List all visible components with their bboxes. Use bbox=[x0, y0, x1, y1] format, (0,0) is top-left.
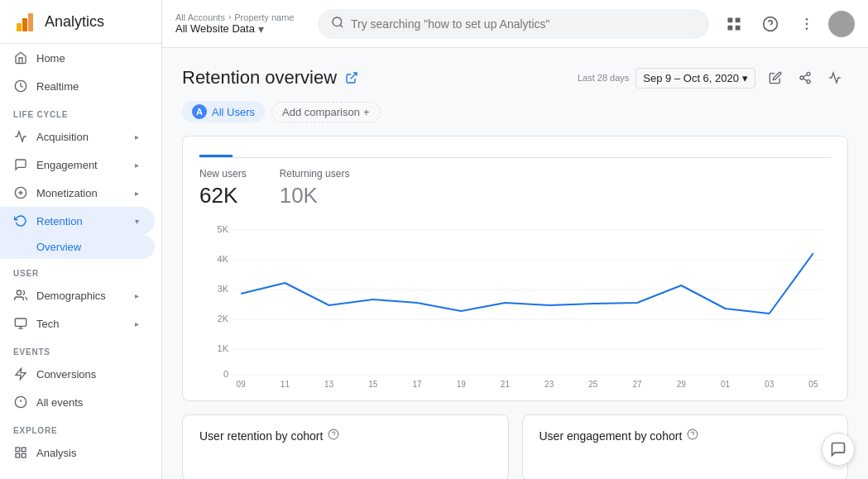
chart-tab-active[interactable] bbox=[199, 150, 233, 157]
new-users-label: New users bbox=[199, 168, 247, 180]
analysis-label: Analysis bbox=[36, 447, 141, 459]
tech-expand-icon: ▸ bbox=[132, 319, 141, 328]
sidebar-item-analysis[interactable]: Analysis bbox=[0, 438, 155, 467]
edit-report-button[interactable] bbox=[762, 65, 789, 91]
add-comparison-button[interactable]: Add comparison + bbox=[271, 102, 381, 122]
returning-users-metric[interactable]: Returning users 10K bbox=[280, 168, 350, 208]
sidebar-item-home[interactable]: Home bbox=[0, 44, 155, 72]
returning-users-value: 10K bbox=[280, 183, 350, 208]
svg-rect-17 bbox=[22, 453, 26, 457]
engagement-help-icon[interactable] bbox=[687, 429, 698, 443]
chart-svg: 5K 4K 3K 2K 1K 0 09 Sep 11 13 bbox=[199, 222, 831, 387]
svg-text:25: 25 bbox=[588, 380, 598, 387]
svg-text:19: 19 bbox=[457, 380, 467, 387]
sidebar-item-all-events[interactable]: All events bbox=[0, 388, 155, 416]
sidebar-title: Analytics bbox=[45, 13, 104, 31]
sidebar-subitem-overview[interactable]: Overview bbox=[0, 235, 155, 259]
realtime-icon bbox=[13, 79, 28, 93]
sidebar-item-demographics[interactable]: Demographics ▸ bbox=[0, 281, 155, 309]
svg-point-33 bbox=[800, 76, 803, 79]
svg-line-36 bbox=[803, 74, 808, 77]
svg-text:0: 0 bbox=[223, 369, 228, 379]
breadcrumb-property-name[interactable]: Property name bbox=[234, 12, 294, 22]
breadcrumb-arrow-icon: › bbox=[228, 12, 231, 22]
line-chart: 5K 4K 3K 2K 1K 0 09 Sep 11 13 bbox=[199, 222, 831, 387]
retention-expand-icon: ▾ bbox=[132, 216, 141, 226]
svg-text:05: 05 bbox=[808, 380, 818, 387]
external-link-icon[interactable] bbox=[343, 69, 360, 86]
svg-text:03: 03 bbox=[765, 380, 774, 387]
sidebar-item-realtime[interactable]: Realtime bbox=[0, 72, 155, 100]
conversions-label: Conversions bbox=[36, 368, 141, 381]
svg-text:01: 01 bbox=[721, 380, 731, 387]
sidebar-item-tech[interactable]: Tech ▸ bbox=[0, 309, 155, 338]
page-content: Retention overview Last 28 days Sep 9 – … bbox=[162, 48, 868, 479]
svg-text:2K: 2K bbox=[218, 314, 229, 323]
svg-rect-8 bbox=[15, 319, 26, 326]
sidebar-item-acquisition[interactable]: Acquisition ▸ bbox=[0, 122, 155, 151]
monetization-expand-icon: ▸ bbox=[132, 188, 141, 198]
all-events-icon bbox=[13, 395, 28, 410]
acquisition-icon bbox=[13, 129, 28, 144]
svg-rect-24 bbox=[728, 25, 733, 30]
retention-help-icon[interactable] bbox=[328, 429, 339, 443]
conversions-icon bbox=[13, 366, 28, 381]
svg-rect-1 bbox=[22, 18, 27, 31]
demographics-icon bbox=[13, 288, 28, 303]
svg-point-34 bbox=[807, 80, 810, 84]
help-button[interactable] bbox=[755, 9, 785, 39]
engagement-cohort-title: User engagement by cohort bbox=[540, 429, 832, 443]
sidebar-item-conversions[interactable]: Conversions bbox=[0, 360, 155, 388]
svg-text:15: 15 bbox=[368, 380, 378, 387]
sidebar-item-admin[interactable]: Admin bbox=[0, 473, 155, 479]
demographics-expand-icon: ▸ bbox=[132, 290, 141, 300]
svg-rect-25 bbox=[736, 25, 741, 30]
home-icon bbox=[13, 50, 28, 65]
svg-line-31 bbox=[351, 73, 357, 79]
sidebar-item-monetization[interactable]: Monetization ▸ bbox=[0, 179, 155, 207]
sidebar-item-retention[interactable]: Retention ▾ bbox=[0, 207, 155, 235]
share-button[interactable] bbox=[792, 65, 818, 91]
breadcrumb-website-data: All Website Data bbox=[175, 22, 255, 35]
more-options-button[interactable] bbox=[792, 9, 822, 39]
metrics-row: New users 62K Returning users 10K bbox=[199, 168, 831, 208]
svg-text:4K: 4K bbox=[218, 254, 229, 264]
apps-grid-button[interactable] bbox=[719, 9, 749, 39]
svg-text:3K: 3K bbox=[218, 284, 229, 294]
feedback-button[interactable] bbox=[822, 433, 855, 466]
svg-rect-16 bbox=[22, 448, 26, 452]
user-section-label: USER bbox=[0, 259, 161, 281]
demographics-label: Demographics bbox=[36, 290, 123, 302]
svg-rect-23 bbox=[736, 17, 741, 22]
search-bar[interactable] bbox=[318, 9, 709, 39]
retention-chart-card: New users 62K Returning users 10K bbox=[182, 136, 848, 401]
breadcrumb-all-accounts[interactable]: All Accounts bbox=[175, 12, 225, 22]
filter-row: A All Users Add comparison + bbox=[182, 101, 848, 122]
page-actions bbox=[762, 65, 848, 91]
date-range-selector[interactable]: Sep 9 – Oct 6, 2020 ▾ bbox=[635, 68, 755, 89]
analytics-logo bbox=[13, 10, 36, 33]
svg-point-30 bbox=[806, 27, 808, 30]
sidebar-item-engagement[interactable]: Engagement ▸ bbox=[0, 151, 155, 179]
tech-icon bbox=[13, 316, 28, 331]
tech-label: Tech bbox=[36, 318, 123, 330]
all-events-label: All events bbox=[36, 396, 141, 409]
svg-text:13: 13 bbox=[324, 380, 334, 387]
sidebar-header: Analytics bbox=[0, 0, 161, 44]
realtime-label: Realtime bbox=[36, 80, 141, 93]
user-avatar[interactable] bbox=[828, 11, 855, 37]
search-icon bbox=[331, 16, 344, 32]
svg-text:1K: 1K bbox=[218, 343, 229, 353]
explore-section-label: EXPLORE bbox=[0, 416, 161, 438]
date-dropdown-icon: ▾ bbox=[742, 72, 748, 84]
new-users-metric[interactable]: New users 62K bbox=[199, 168, 247, 208]
all-users-chip-label: All Users bbox=[212, 106, 255, 118]
compare-button[interactable] bbox=[822, 65, 848, 91]
engagement-cohort-label: User engagement by cohort bbox=[540, 429, 683, 443]
all-users-chip[interactable]: A All Users bbox=[182, 101, 265, 122]
search-input[interactable] bbox=[351, 17, 696, 31]
breadcrumb-property-selector[interactable]: All Website Data ▾ bbox=[175, 22, 308, 36]
acquisition-label: Acquisition bbox=[36, 131, 123, 143]
retention-cohort-title: User retention by cohort bbox=[199, 429, 492, 443]
topbar-actions bbox=[719, 9, 855, 39]
